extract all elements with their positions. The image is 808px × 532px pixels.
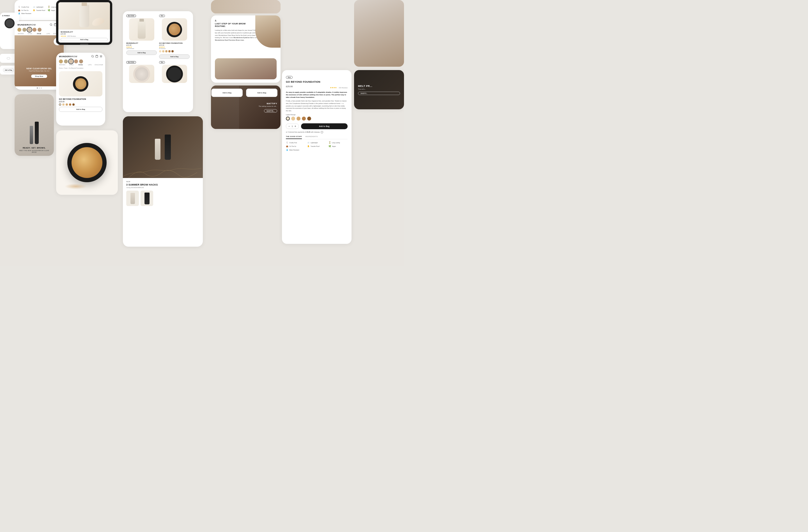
mobile2-label-brows[interactable]: BROWS — [58, 64, 67, 65]
detail-swatch-1[interactable] — [286, 117, 290, 120]
menu-icon-2[interactable] — [99, 55, 103, 58]
product-cell-jar-light: Best Seller — [126, 61, 157, 84]
detail-swatch-4[interactable] — [302, 117, 306, 120]
mobile2-label-eyes[interactable]: EYES — [67, 64, 76, 65]
add-to-bag-small-btn[interactable] — [7, 57, 10, 59]
mobile2-label-lips[interactable]: LIPS — [85, 64, 94, 65]
search-icon[interactable] — [50, 23, 53, 26]
f-swatch-4[interactable] — [168, 50, 170, 52]
foundation-add-to-bag-main-btn[interactable]: Add to Bag — [301, 123, 348, 129]
mobile2-label-face[interactable]: FACE — [76, 64, 85, 65]
add-to-bag-lower-btn[interactable]: Add to Bag — [3, 68, 14, 72]
mattify-subtitle: The setting routine for ski... — [259, 105, 277, 107]
wunderlift-price: £20.00 — [126, 44, 131, 46]
breadcrumb: Home > Face > Go Beyond Foundation — [56, 67, 105, 70]
nav-circle-brows[interactable] — [17, 28, 21, 32]
nav-label-lips[interactable]: LIPS — [44, 33, 53, 35]
clearpay-amount: £6.25 — [306, 131, 310, 133]
mascara-brush — [30, 126, 33, 144]
nav-label-face[interactable]: FACE — [35, 33, 44, 35]
article-bottom-image — [215, 58, 277, 79]
brow-mascara-subtitle: MEET THE NEW! WUNDERBROW CLEAR BROW — [17, 150, 51, 153]
mobile2-add-to-bag-btn[interactable]: Add to Bag — [59, 107, 103, 112]
foundation-add-to-bag-btn[interactable]: Add to Bag — [159, 54, 190, 59]
mobile2-nav-discover[interactable] — [79, 59, 83, 63]
mattify-shop-button[interactable]: SHOP PE... — [264, 109, 277, 112]
bag-icon-2[interactable] — [95, 55, 98, 58]
nav-circle-discover[interactable] — [38, 28, 41, 32]
mobile2-nav-brows[interactable] — [59, 59, 63, 63]
swatch-3[interactable] — [66, 103, 68, 106]
gs-long-lasting-label: Long Lasting — [332, 142, 340, 144]
swatch-4[interactable] — [69, 103, 71, 106]
tablet-mockup: WUNDERLIFT £20.00 ★★★★ 1463 Reviews Add … — [56, 0, 112, 45]
gs-on-the-go-label: On The Go — [289, 146, 296, 147]
add-to-bag-detected-1[interactable]: Add to Bag — [211, 89, 243, 97]
shop-now-button[interactable]: Shop Now — [31, 75, 47, 78]
nav-label-brows[interactable]: BROWS — [16, 33, 25, 35]
mobile2-nav-eyes[interactable] — [64, 59, 68, 63]
blog-post-image — [123, 116, 203, 178]
mattify-text-overlay: MATTIFY The setting routine for ski... S… — [259, 102, 277, 112]
blog-products-visual — [123, 116, 203, 178]
nav-circle-eyes[interactable] — [22, 28, 26, 32]
wunderlift-badge: Best Seller — [126, 15, 136, 17]
nav-label-eyes[interactable]: EYES — [25, 33, 35, 35]
swatch-5[interactable] — [72, 103, 75, 106]
foundation-detail-reviews: 315 Reviews — [339, 87, 348, 89]
blog-tube-2 — [165, 135, 171, 160]
gs-vegan: 🌿 Vegan — [329, 145, 348, 148]
foundation-badge: New — [159, 15, 165, 17]
clearpay-suffix: with clearpay — [311, 131, 320, 133]
tab-good-stuff[interactable]: THE GOOD STUFF — [286, 136, 302, 139]
jar-light-image — [129, 65, 154, 83]
add-to-bag-left-small — [0, 54, 17, 63]
article-title: LAST STEP OF YOUR BROW ROUTINE: — [215, 22, 256, 27]
mobile2-label-discover[interactable]: DISCOVER — [94, 64, 104, 65]
feature-label: Cruelty Free — [21, 6, 29, 8]
foundation-compact-inner — [169, 23, 180, 35]
svg-point-5 — [91, 55, 93, 57]
wunderlift-tube — [138, 20, 146, 39]
mobile2-nav-lips[interactable] — [74, 59, 78, 63]
f-swatch-5[interactable] — [171, 50, 174, 52]
dot-3 — [41, 88, 42, 89]
blog-prod-tube-1 — [130, 193, 135, 204]
mobile2-header-icons — [91, 55, 103, 58]
svg-point-0 — [50, 23, 52, 25]
nav-circle-face[interactable] — [27, 28, 32, 32]
mattify-title: MATTIFY — [259, 102, 277, 104]
mobile2-nav-face[interactable] — [69, 59, 73, 63]
nav-circle-lips[interactable] — [33, 28, 36, 32]
blog-product-row — [126, 191, 200, 206]
qty-atb-row: − 1 + Add to Bag — [286, 123, 348, 129]
detail-swatch-5[interactable] — [307, 117, 311, 120]
foundation-swatches — [159, 50, 174, 52]
product-cell-jar-dark: New — [159, 61, 190, 84]
tablet-product-tube — [79, 5, 89, 27]
melt-shop-button[interactable]: SHOP P... — [358, 92, 400, 95]
add-to-bag-detected-2[interactable]: Add to Bag — [246, 89, 277, 97]
blog-title: 3 SUMMER BROW HACKS — [126, 183, 200, 186]
detail-swatch-2[interactable] — [291, 117, 295, 120]
product-cell-foundation: New GO BEYOND FOUNDATION £25.00 ★★★★ 65 … — [159, 15, 190, 59]
swatch-1[interactable] — [59, 103, 61, 106]
tablet-add-to-bag-btn[interactable]: Add to Bag — [60, 38, 108, 41]
feature-transfer-proof: ✋ Transfer Proof — [33, 9, 45, 12]
feature-on-the-go: 👜 On This Go — [18, 9, 31, 12]
light-range-label: Light Range — [286, 114, 348, 115]
f-swatch-2[interactable] — [162, 50, 164, 52]
f-swatch-1[interactable] — [159, 50, 161, 52]
brow-mascara-background: READY. SET. BROWS. MEET THE NEW! WUNDERB… — [15, 94, 54, 156]
dot-1 — [37, 88, 38, 89]
f-swatch-3[interactable] — [165, 50, 167, 52]
search-icon-2[interactable] — [91, 55, 94, 58]
swatch-2[interactable] — [62, 103, 65, 106]
qty-decrease-btn[interactable]: − — [289, 125, 290, 128]
qty-increase-btn[interactable]: + — [295, 125, 296, 128]
gs-cruelty-icon: 🐇 — [286, 141, 289, 144]
detail-swatch-3[interactable] — [296, 117, 300, 120]
wunderlift-add-to-bag-btn[interactable]: Add to Bag — [126, 51, 157, 55]
clearpay-info: or 4 interest-free payments of £6.25 wit… — [286, 131, 348, 133]
tab-ingredients[interactable]: INGREDIENTS — [305, 136, 317, 139]
